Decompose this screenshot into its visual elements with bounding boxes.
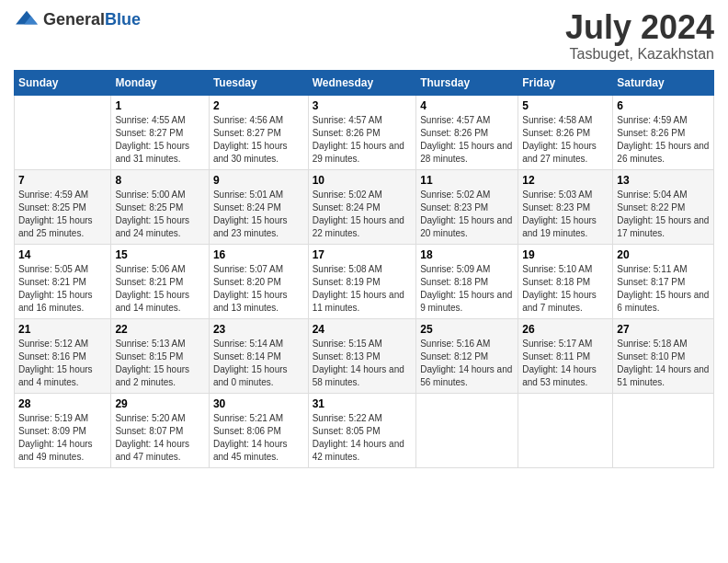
day-info: Sunrise: 5:17 AMSunset: 8:11 PMDaylight:…	[522, 338, 609, 389]
day-info: Sunrise: 5:05 AMSunset: 8:21 PMDaylight:…	[18, 263, 107, 315]
header-monday: Monday	[111, 70, 209, 95]
day-info: Sunrise: 5:07 AMSunset: 8:20 PMDaylight:…	[213, 263, 304, 315]
calendar-cell: 26Sunrise: 5:17 AMSunset: 8:11 PMDayligh…	[518, 318, 613, 393]
calendar-cell: 25Sunrise: 5:16 AMSunset: 8:12 PMDayligh…	[416, 318, 518, 393]
day-info: Sunrise: 4:55 AMSunset: 8:27 PMDaylight:…	[115, 114, 204, 166]
header-wednesday: Wednesday	[308, 70, 416, 95]
day-number: 2	[213, 99, 304, 112]
day-number: 24	[313, 323, 413, 336]
day-number: 11	[420, 174, 514, 187]
logo-blue: Blue	[105, 10, 141, 29]
page-header: GeneralBlue July 2024 Tasbuget, Kazakhst…	[14, 9, 714, 63]
calendar-cell: 29Sunrise: 5:20 AMSunset: 8:07 PMDayligh…	[111, 393, 209, 467]
calendar-cell: 9Sunrise: 5:01 AMSunset: 8:24 PMDaylight…	[209, 169, 308, 244]
day-number: 25	[420, 323, 514, 336]
calendar-week-4: 28Sunrise: 5:19 AMSunset: 8:09 PMDayligh…	[15, 393, 714, 467]
day-number: 21	[18, 323, 107, 336]
day-info: Sunrise: 5:19 AMSunset: 8:09 PMDaylight:…	[18, 412, 107, 464]
title-block: July 2024 Tasbuget, Kazakhstan	[565, 9, 714, 63]
day-info: Sunrise: 4:57 AMSunset: 8:26 PMDaylight:…	[313, 114, 413, 166]
day-info: Sunrise: 5:00 AMSunset: 8:25 PMDaylight:…	[115, 189, 204, 240]
day-number: 27	[617, 323, 710, 336]
day-info: Sunrise: 5:04 AMSunset: 8:22 PMDaylight:…	[617, 189, 710, 240]
calendar-cell: 7Sunrise: 4:59 AMSunset: 8:25 PMDaylight…	[15, 169, 111, 244]
main-title: July 2024	[565, 9, 714, 46]
day-info: Sunrise: 4:59 AMSunset: 8:26 PMDaylight:…	[617, 114, 710, 166]
day-info: Sunrise: 5:22 AMSunset: 8:05 PMDaylight:…	[313, 412, 413, 464]
calendar-cell: 20Sunrise: 5:11 AMSunset: 8:17 PMDayligh…	[613, 244, 714, 318]
day-info: Sunrise: 5:20 AMSunset: 8:07 PMDaylight:…	[115, 412, 204, 464]
calendar-cell: 28Sunrise: 5:19 AMSunset: 8:09 PMDayligh…	[15, 393, 111, 467]
day-info: Sunrise: 5:03 AMSunset: 8:23 PMDaylight:…	[522, 189, 609, 240]
day-number: 1	[115, 99, 204, 112]
calendar-cell: 3Sunrise: 4:57 AMSunset: 8:26 PMDaylight…	[308, 95, 416, 169]
day-info: Sunrise: 5:08 AMSunset: 8:19 PMDaylight:…	[313, 263, 413, 315]
day-number: 8	[115, 174, 204, 187]
day-info: Sunrise: 5:02 AMSunset: 8:23 PMDaylight:…	[420, 189, 514, 240]
day-number: 18	[420, 248, 514, 261]
day-number: 28	[18, 397, 107, 410]
day-number: 17	[313, 248, 413, 261]
calendar-cell: 16Sunrise: 5:07 AMSunset: 8:20 PMDayligh…	[209, 244, 308, 318]
calendar-table: SundayMondayTuesdayWednesdayThursdayFrid…	[14, 70, 714, 468]
calendar-week-2: 14Sunrise: 5:05 AMSunset: 8:21 PMDayligh…	[15, 244, 714, 318]
calendar-cell	[15, 95, 111, 169]
day-number: 22	[115, 323, 204, 336]
day-number: 4	[420, 99, 514, 112]
day-number: 12	[522, 174, 609, 187]
day-number: 16	[213, 248, 304, 261]
day-number: 3	[313, 99, 413, 112]
day-number: 23	[213, 323, 304, 336]
day-info: Sunrise: 5:15 AMSunset: 8:13 PMDaylight:…	[313, 338, 413, 389]
day-info: Sunrise: 5:01 AMSunset: 8:24 PMDaylight:…	[213, 189, 304, 240]
subtitle: Tasbuget, Kazakhstan	[565, 46, 714, 63]
calendar-cell	[416, 393, 518, 467]
calendar-cell	[613, 393, 714, 467]
day-info: Sunrise: 5:13 AMSunset: 8:15 PMDaylight:…	[115, 338, 204, 389]
calendar-header: SundayMondayTuesdayWednesdayThursdayFrid…	[15, 70, 714, 95]
day-info: Sunrise: 5:12 AMSunset: 8:16 PMDaylight:…	[18, 338, 107, 389]
calendar-cell: 11Sunrise: 5:02 AMSunset: 8:23 PMDayligh…	[416, 169, 518, 244]
calendar-cell: 27Sunrise: 5:18 AMSunset: 8:10 PMDayligh…	[613, 318, 714, 393]
calendar-cell: 31Sunrise: 5:22 AMSunset: 8:05 PMDayligh…	[308, 393, 416, 467]
day-number: 6	[617, 99, 710, 112]
calendar-week-0: 1Sunrise: 4:55 AMSunset: 8:27 PMDaylight…	[15, 95, 714, 169]
calendar-cell: 8Sunrise: 5:00 AMSunset: 8:25 PMDaylight…	[111, 169, 209, 244]
calendar-cell: 17Sunrise: 5:08 AMSunset: 8:19 PMDayligh…	[308, 244, 416, 318]
day-number: 10	[313, 174, 413, 187]
logo: GeneralBlue	[14, 9, 141, 29]
calendar-cell: 21Sunrise: 5:12 AMSunset: 8:16 PMDayligh…	[15, 318, 111, 393]
day-info: Sunrise: 5:10 AMSunset: 8:18 PMDaylight:…	[522, 263, 609, 315]
header-sunday: Sunday	[15, 70, 111, 95]
calendar-cell: 2Sunrise: 4:56 AMSunset: 8:27 PMDaylight…	[209, 95, 308, 169]
calendar-cell: 14Sunrise: 5:05 AMSunset: 8:21 PMDayligh…	[15, 244, 111, 318]
day-info: Sunrise: 5:06 AMSunset: 8:21 PMDaylight:…	[115, 263, 204, 315]
header-tuesday: Tuesday	[209, 70, 308, 95]
day-info: Sunrise: 5:18 AMSunset: 8:10 PMDaylight:…	[617, 338, 710, 389]
day-number: 30	[213, 397, 304, 410]
day-number: 20	[617, 248, 710, 261]
day-info: Sunrise: 5:02 AMSunset: 8:24 PMDaylight:…	[313, 189, 413, 240]
day-info: Sunrise: 4:56 AMSunset: 8:27 PMDaylight:…	[213, 114, 304, 166]
header-saturday: Saturday	[613, 70, 714, 95]
calendar-cell: 4Sunrise: 4:57 AMSunset: 8:26 PMDaylight…	[416, 95, 518, 169]
day-info: Sunrise: 5:16 AMSunset: 8:12 PMDaylight:…	[420, 338, 514, 389]
header-friday: Friday	[518, 70, 613, 95]
day-number: 19	[522, 248, 609, 261]
day-number: 31	[313, 397, 413, 410]
calendar-cell: 13Sunrise: 5:04 AMSunset: 8:22 PMDayligh…	[613, 169, 714, 244]
calendar-cell: 18Sunrise: 5:09 AMSunset: 8:18 PMDayligh…	[416, 244, 518, 318]
day-info: Sunrise: 4:59 AMSunset: 8:25 PMDaylight:…	[18, 189, 107, 240]
calendar-cell: 6Sunrise: 4:59 AMSunset: 8:26 PMDaylight…	[613, 95, 714, 169]
calendar-week-3: 21Sunrise: 5:12 AMSunset: 8:16 PMDayligh…	[15, 318, 714, 393]
calendar-cell: 30Sunrise: 5:21 AMSunset: 8:06 PMDayligh…	[209, 393, 308, 467]
day-number: 14	[18, 248, 107, 261]
day-number: 15	[115, 248, 204, 261]
day-number: 7	[18, 174, 107, 187]
calendar-cell: 1Sunrise: 4:55 AMSunset: 8:27 PMDaylight…	[111, 95, 209, 169]
calendar-cell: 12Sunrise: 5:03 AMSunset: 8:23 PMDayligh…	[518, 169, 613, 244]
header-thursday: Thursday	[416, 70, 518, 95]
calendar-body: 1Sunrise: 4:55 AMSunset: 8:27 PMDaylight…	[15, 95, 714, 467]
logo-general: General	[43, 10, 105, 29]
day-info: Sunrise: 4:57 AMSunset: 8:26 PMDaylight:…	[420, 114, 514, 166]
